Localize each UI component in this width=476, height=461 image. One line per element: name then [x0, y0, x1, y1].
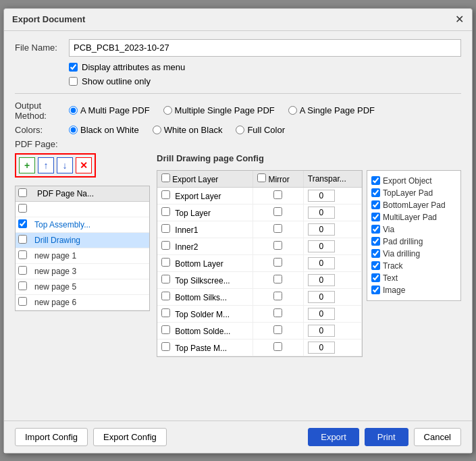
drill-row-transparency-cell — [303, 221, 361, 238]
dialog-footer: Import Config Export Config Export Print… — [4, 421, 472, 453]
pdf-page-label: PDF Page: — [15, 139, 461, 149]
drill-table-row[interactable]: Top Silkscree... — [157, 271, 362, 288]
col-transparency-header: Transpar... — [303, 171, 361, 188]
export-obj-checkbox[interactable] — [371, 237, 380, 246]
mirror-header-checkbox[interactable] — [257, 173, 266, 182]
footer-right: Export Print Cancel — [308, 428, 461, 446]
drill-export-checkbox[interactable] — [161, 224, 170, 233]
list-item[interactable]: new page 6 — [16, 295, 149, 310]
drill-transparency-input[interactable] — [308, 207, 335, 219]
export-obj-checkbox[interactable] — [371, 213, 380, 221]
export-obj-checkbox[interactable] — [371, 261, 380, 270]
output-multiple-single[interactable]: Multiple Single Page PDF — [163, 105, 275, 115]
show-outline-label: Show outline only — [82, 76, 151, 86]
export-obj-checkbox[interactable] — [371, 225, 380, 234]
select-all-checkbox[interactable] — [18, 188, 27, 197]
drill-row-mirror-cell — [253, 305, 304, 322]
color-full-color-label: Full Color — [247, 125, 285, 135]
drill-transparency-input[interactable] — [308, 325, 335, 337]
drill-export-checkbox[interactable] — [161, 308, 170, 317]
export-button[interactable]: Export — [308, 428, 359, 446]
drill-mirror-checkbox[interactable] — [273, 325, 282, 334]
drill-mirror-checkbox[interactable] — [273, 224, 282, 233]
drill-table-row[interactable]: Export Layer — [157, 187, 362, 204]
color-full-color[interactable]: Full Color — [236, 125, 285, 135]
export-obj-checkbox[interactable] — [371, 273, 380, 282]
drill-table-row[interactable]: Bottom Solde... — [157, 322, 362, 339]
display-attributes-checkbox[interactable] — [69, 63, 78, 72]
drill-export-checkbox[interactable] — [161, 342, 170, 351]
drill-export-checkbox[interactable] — [161, 190, 170, 199]
list-item[interactable]: new page 5 — [16, 279, 149, 295]
drill-export-checkbox[interactable] — [161, 325, 170, 334]
drill-transparency-input[interactable] — [308, 223, 335, 236]
drill-export-checkbox[interactable] — [161, 292, 170, 300]
drill-table-row[interactable]: Bottom Layer — [157, 254, 362, 271]
export-obj-checkbox[interactable] — [371, 176, 380, 185]
drill-table-row[interactable]: Inner1 — [157, 221, 362, 238]
drill-mirror-checkbox[interactable] — [273, 241, 282, 250]
export-obj-checkbox[interactable] — [371, 249, 380, 258]
output-single-page[interactable]: A Single Page PDF — [288, 105, 375, 115]
export-obj-item: BottomLayer Pad — [371, 199, 456, 211]
drill-transparency-input[interactable] — [308, 257, 335, 269]
export-obj-item: TopLayer Pad — [371, 187, 456, 199]
cancel-button[interactable]: Cancel — [414, 428, 461, 446]
drill-transparency-input[interactable] — [308, 240, 335, 252]
drill-row-transparency-cell — [303, 254, 361, 271]
color-black-on-white[interactable]: Black on White — [69, 125, 139, 135]
export-config-button[interactable]: Export Config — [93, 428, 167, 446]
drill-row-export-cell: Top Silkscree... — [157, 271, 253, 288]
import-config-button[interactable]: Import Config — [15, 428, 88, 446]
drill-table-row[interactable]: Top Layer — [157, 204, 362, 221]
drill-transparency-input[interactable] — [308, 308, 335, 320]
drill-export-checkbox[interactable] — [161, 241, 170, 250]
file-name-input[interactable] — [69, 39, 461, 57]
drill-row-transparency-cell — [303, 238, 361, 254]
drill-table-row[interactable]: Inner2 — [157, 238, 362, 254]
drill-transparency-input[interactable] — [308, 342, 335, 354]
list-item[interactable]: new page 1 — [16, 248, 149, 264]
close-button[interactable]: ✕ — [455, 14, 464, 25]
export-obj-checkbox[interactable] — [371, 286, 380, 294]
drill-layer-name: Inner2 — [175, 242, 198, 252]
export-obj-item: Image — [371, 284, 456, 296]
show-outline-checkbox[interactable] — [69, 77, 78, 86]
col-name-header: PDF Page Na... — [37, 189, 147, 198]
drill-table-row[interactable]: Bottom Silks... — [157, 288, 362, 305]
delete-page-button[interactable]: ✕ — [76, 157, 92, 173]
drill-row-mirror-cell — [253, 238, 304, 254]
drill-export-checkbox[interactable] — [161, 207, 170, 216]
print-button[interactable]: Print — [365, 428, 408, 446]
col-mirror-header: Mirror — [253, 171, 304, 188]
list-item[interactable]: Top Assembly... — [16, 217, 149, 233]
drill-mirror-checkbox[interactable] — [273, 275, 282, 283]
drill-export-checkbox[interactable] — [161, 275, 170, 283]
output-multi-page[interactable]: A Multi Page PDF — [69, 105, 150, 115]
drill-row-mirror-cell — [253, 254, 304, 271]
drill-mirror-checkbox[interactable] — [273, 258, 282, 267]
drill-mirror-checkbox[interactable] — [273, 207, 282, 216]
show-outline-row: Show outline only — [69, 76, 461, 86]
export-layer-header-checkbox[interactable] — [161, 173, 170, 182]
list-item[interactable] — [16, 202, 149, 217]
drill-mirror-checkbox[interactable] — [273, 190, 282, 199]
color-white-on-black[interactable]: White on Black — [153, 125, 223, 135]
drill-mirror-checkbox[interactable] — [273, 292, 282, 300]
export-obj-label: Via — [383, 225, 394, 234]
drill-export-checkbox[interactable] — [161, 258, 170, 267]
drill-transparency-input[interactable] — [308, 274, 335, 286]
add-page-button[interactable]: + — [19, 157, 35, 173]
drill-mirror-checkbox[interactable] — [273, 308, 282, 317]
move-down-button[interactable]: ↓ — [57, 157, 73, 173]
drill-table-row[interactable]: Top Solder M... — [157, 305, 362, 322]
drill-mirror-checkbox[interactable] — [273, 342, 282, 351]
export-obj-checkbox[interactable] — [371, 188, 380, 197]
list-item-drill-drawing[interactable]: Drill Drawing — [16, 233, 149, 248]
move-up-button[interactable]: ↑ — [38, 157, 54, 173]
export-obj-checkbox[interactable] — [371, 200, 380, 209]
drill-table-row[interactable]: Top Paste M... — [157, 339, 362, 356]
drill-transparency-input[interactable] — [308, 291, 335, 303]
drill-transparency-input[interactable] — [308, 190, 335, 202]
list-item[interactable]: new page 3 — [16, 264, 149, 279]
